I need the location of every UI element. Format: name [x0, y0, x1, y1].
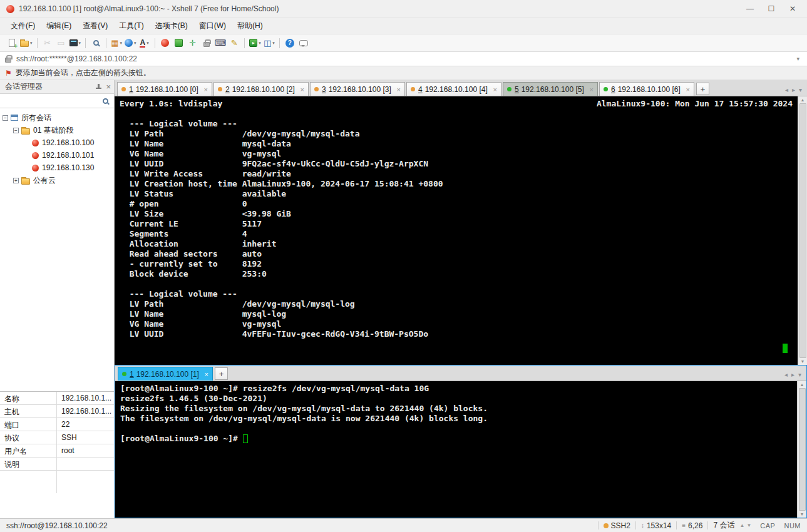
tab-status-dot — [411, 87, 415, 91]
tab-close-icon[interactable]: × — [204, 86, 208, 93]
tab-close-icon[interactable]: × — [397, 86, 401, 93]
status-connection: ssh://root@192.168.10.100:22 — [6, 521, 108, 530]
feedback-button[interactable] — [297, 36, 311, 50]
terminal-bottom-pane[interactable]: [root@AlmaLinux9-100 ~]# resize2fs /dev/… — [115, 381, 806, 518]
status-protocol: SSH2 — [611, 521, 630, 530]
property-value[interactable]: 22 — [57, 418, 114, 431]
scroll-down-icon[interactable]: ▼ — [801, 359, 805, 364]
tab-scroll-left-icon[interactable]: ◂ — [785, 86, 788, 93]
font-button[interactable]: ▾ — [138, 36, 152, 50]
session-up-icon[interactable]: ▲ — [739, 523, 744, 528]
tab-close-icon[interactable]: × — [301, 86, 304, 93]
session-tab[interactable]: 1192.168.10.100 [1]× — [118, 367, 213, 381]
property-row: 说明 — [0, 458, 114, 471]
menu-item[interactable]: 查看(V) — [77, 18, 113, 34]
encryption-icon — [604, 523, 609, 528]
tree-item[interactable]: −01 基础阶段 — [0, 124, 114, 136]
tab-status-dot — [314, 87, 319, 91]
tree-expander-icon[interactable]: − — [3, 115, 8, 121]
menu-item[interactable]: 选项卡(B) — [150, 18, 193, 34]
close-button[interactable]: ✕ — [782, 1, 803, 17]
scrollbar-thumb[interactable] — [799, 103, 806, 358]
menu-item[interactable]: 帮助(H) — [232, 18, 269, 34]
address-bar[interactable]: ssh://root:******@192.168.10.100:22 ▾ — [0, 51, 807, 66]
tab-status-dot — [604, 87, 608, 91]
status-terminal-size-item: ↕ 153x14 — [641, 521, 671, 530]
new-tab-button[interactable]: + — [696, 83, 709, 95]
tab-close-icon[interactable]: × — [493, 86, 497, 93]
session-down-icon[interactable]: ▼ — [746, 523, 751, 528]
session-tab[interactable]: 4192.168.10.100 [4]× — [406, 82, 501, 96]
property-label: 用户名 — [0, 444, 57, 457]
new-xshell-button[interactable] — [158, 36, 172, 50]
property-value[interactable]: SSH — [57, 431, 114, 444]
property-label: 端口 — [0, 418, 57, 431]
terminal-top-pane[interactable]: Every 1.0s: lvdisplay AlmaLinux9-100: Mo… — [115, 96, 807, 365]
main-area: 会话管理器 × −所有会话−01 基础阶段192.168.10.100192.1… — [0, 80, 807, 518]
tree-item[interactable]: −所有会话 — [0, 111, 114, 124]
scroll-up-icon[interactable]: ▲ — [801, 98, 805, 102]
tab-close-icon[interactable]: × — [590, 86, 594, 93]
terminal-bottom-scrollbar[interactable]: ▲ ▼ — [797, 381, 806, 518]
tab-list-icon[interactable]: ▾ — [798, 371, 801, 378]
new-tab-button[interactable]: + — [215, 367, 228, 380]
paste-button[interactable]: ▾ — [68, 36, 83, 50]
scrollbar-thumb[interactable] — [799, 388, 806, 511]
session-tab[interactable]: 1192.168.10.100 [0]× — [117, 82, 212, 96]
new-session-button[interactable]: + — [5, 36, 19, 50]
copy-button[interactable]: ▭ — [54, 36, 68, 50]
scroll-up-icon[interactable]: ▲ — [800, 382, 804, 387]
status-session-count-item[interactable]: 7 会话 ▲ ▼ — [713, 520, 751, 531]
tab-close-icon[interactable]: × — [205, 371, 208, 378]
session-search-box[interactable] — [0, 94, 114, 108]
tab-scroll-right-icon[interactable]: ▸ — [792, 86, 795, 93]
session-tab[interactable]: 2192.168.10.100 [2]× — [213, 82, 309, 96]
xshell-app-icon — [6, 5, 14, 13]
session-tab[interactable]: 6192.168.10.100 [6]× — [599, 82, 694, 96]
lock-button[interactable] — [200, 36, 213, 50]
find-button[interactable] — [89, 36, 103, 50]
cut-button[interactable]: ✂ — [41, 36, 54, 50]
scroll-down-icon[interactable]: ▼ — [800, 512, 804, 516]
property-row: 名称192.168.10.1... — [0, 392, 114, 405]
menu-item[interactable]: 工具(T) — [113, 18, 149, 34]
minimize-button[interactable]: — — [739, 1, 761, 17]
fullscreen-button[interactable]: ✛ — [186, 36, 200, 50]
help-button[interactable] — [283, 36, 297, 50]
pin-icon[interactable] — [95, 84, 101, 90]
property-value[interactable]: 192.168.10.1... — [57, 405, 114, 417]
terminal-top-scrollbar[interactable]: ▲ ▼ — [798, 96, 807, 365]
property-value[interactable]: root — [57, 444, 114, 457]
open-session-button[interactable]: ▾ — [19, 36, 34, 50]
maximize-button[interactable]: ☐ — [761, 1, 782, 17]
tab-label: 192.168.10.100 [2] — [232, 85, 297, 94]
compose-button[interactable]: ✎ — [227, 36, 241, 50]
tab-label: 192.168.10.100 [3] — [329, 85, 394, 94]
tree-item[interactable]: 192.168.10.100 — [0, 136, 114, 149]
file-transfer-button[interactable]: ▾ — [248, 36, 262, 50]
session-tab[interactable]: 5192.168.10.100 [5]× — [503, 82, 598, 96]
tab-close-icon[interactable]: × — [686, 86, 690, 93]
tree-item[interactable]: +公有云 — [0, 174, 114, 187]
tab-arrange-button[interactable]: ▦▾ — [110, 36, 123, 50]
tab-scroll-left-icon[interactable]: ◂ — [784, 371, 788, 378]
menu-item[interactable]: 文件(F) — [5, 18, 41, 34]
property-value[interactable] — [57, 458, 114, 470]
panel-close-icon[interactable]: × — [106, 84, 111, 90]
tree-expander-icon[interactable]: − — [13, 128, 19, 133]
xagent-button[interactable] — [172, 36, 186, 50]
tab-list-icon[interactable]: ▾ — [799, 86, 802, 93]
menu-item[interactable]: 编辑(E) — [41, 18, 77, 34]
tree-item[interactable]: 192.168.10.101 — [0, 149, 114, 161]
property-value[interactable]: 192.168.10.1... — [57, 392, 114, 404]
url-button[interactable]: ▾ — [123, 36, 138, 50]
menu-item[interactable]: 窗口(W) — [193, 18, 232, 34]
address-dropdown-icon[interactable]: ▾ — [794, 56, 802, 62]
tab-scroll-right-icon[interactable]: ▸ — [791, 371, 794, 378]
window-layout-button[interactable]: ◫▾ — [262, 36, 276, 50]
soft-keyboard-button[interactable]: ⌨ — [213, 36, 228, 50]
session-tab[interactable]: 3192.168.10.100 [3]× — [310, 82, 405, 96]
status-bar: ssh://root@192.168.10.100:22 SSH2 ↕ 153x… — [0, 518, 807, 532]
tree-expander-icon[interactable]: + — [13, 178, 19, 183]
tree-item[interactable]: 192.168.10.130 — [0, 161, 114, 174]
